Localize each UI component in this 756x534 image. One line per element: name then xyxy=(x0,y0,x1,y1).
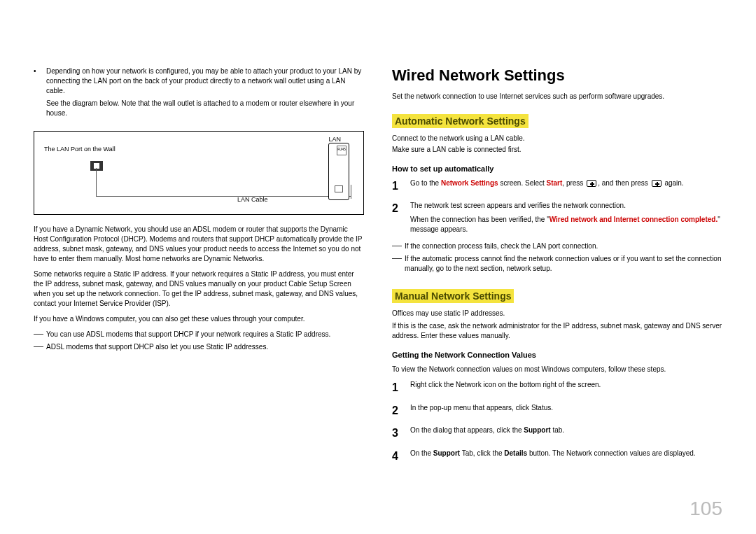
device-box-icon: RJ45 xyxy=(328,143,349,200)
auto-p2: Make sure a LAN cable is connected first… xyxy=(392,145,722,155)
auto-p1: Connect to the network using a LAN cable… xyxy=(392,134,722,143)
dash-note: ― If the connection process fails, check… xyxy=(392,241,722,251)
dash-note: ― ADSL modems that support DHCP also let… xyxy=(34,342,364,352)
manual-p1: Offices may use static IP addresses. xyxy=(392,309,722,318)
enter-button-icon xyxy=(652,180,662,187)
dash-text: If the connection process fails, check t… xyxy=(405,241,598,251)
bullet-content: Depending on how your network is configu… xyxy=(46,66,364,124)
getting-intro: To view the Network connection values on… xyxy=(392,365,722,374)
step-2: 2 The network test screen appears and ve… xyxy=(392,201,722,234)
completed-message: Wired network and Internet connection co… xyxy=(550,216,718,223)
rj45-label: RJ45 xyxy=(337,146,346,155)
section-automatic-network-settings: Automatic Network Settings xyxy=(392,114,528,128)
support-keyword: Support xyxy=(433,449,460,457)
start-keyword: Start xyxy=(547,179,563,187)
para-windows: If you have a Windows computer, you can … xyxy=(34,314,364,324)
how-to-set-up-heading: How to set up automatically xyxy=(392,164,722,173)
step-content: In the pop-up menu that appears, click S… xyxy=(410,403,553,419)
dash-icon: ― xyxy=(392,241,402,251)
step-content: Right click the Network icon on the bott… xyxy=(410,380,601,395)
step-number: 4 xyxy=(392,449,402,464)
support-keyword: Support xyxy=(524,426,550,434)
port-hole-icon xyxy=(335,185,343,192)
dash-icon: ― xyxy=(34,342,43,352)
step-number: 1 xyxy=(392,380,402,395)
bullet-text: Depending on how your network is configu… xyxy=(46,67,361,94)
page-title: Wired Network Settings xyxy=(392,66,722,85)
step-content: On the Support Tab, click the Details bu… xyxy=(410,449,696,464)
dash-text: If the automatic process cannot find the… xyxy=(405,254,722,274)
step-1: 1 Go to the Network Settings screen. Sel… xyxy=(392,178,722,194)
bullet-item: • Depending on how your network is confi… xyxy=(34,66,364,124)
step-number: 2 xyxy=(392,201,402,234)
dash-text: You can use ADSL modems that support DHC… xyxy=(46,330,330,339)
section-manual-network-settings: Manual Network Settings xyxy=(392,289,514,303)
dash-icon: ― xyxy=(34,330,43,339)
details-keyword: Details xyxy=(504,449,527,457)
para-dynamic-network: If you have a Dynamic Network, you shoul… xyxy=(34,225,364,264)
cable-path xyxy=(96,168,351,197)
dash-text: ADSL modems that support DHCP also let y… xyxy=(46,342,268,352)
lan-label: LAN xyxy=(328,136,341,143)
two-column-layout: • Depending on how your network is confi… xyxy=(34,66,722,471)
step-content: On the dialog that appears, click the Su… xyxy=(410,426,564,441)
lan-cable-label: LAN Cable xyxy=(237,196,268,203)
dash-note: ― If the automatic process cannot find t… xyxy=(392,254,722,274)
para-static-ip: Some networks require a Static IP addres… xyxy=(34,269,364,309)
manual-step-1: 1 Right click the Network icon on the bo… xyxy=(392,380,722,395)
right-column: Wired Network Settings Set the network c… xyxy=(392,66,722,471)
step-number: 3 xyxy=(392,426,402,441)
dash-note: ― You can use ADSL modems that support D… xyxy=(34,330,364,339)
intro-text: Set the network connection to use Intern… xyxy=(392,92,722,101)
manual-step-2: 2 In the pop-up menu that appears, click… xyxy=(392,403,722,419)
step-content: Go to the Network Settings screen. Selec… xyxy=(410,178,684,194)
bullet-note: See the diagram below. Note that the wal… xyxy=(46,99,364,118)
bullet-dot: • xyxy=(34,66,41,124)
lan-diagram: The LAN Port on the Wall LAN LAN Cable R… xyxy=(34,131,364,215)
manual-step-3: 3 On the dialog that appears, click the … xyxy=(392,426,722,441)
lan-port-wall-label: The LAN Port on the Wall xyxy=(44,146,115,153)
step-sub: When the connection has been verified, t… xyxy=(410,215,722,234)
left-column: • Depending on how your network is confi… xyxy=(34,66,364,471)
enter-button-icon xyxy=(587,180,596,187)
getting-values-heading: Getting the Network Connection Values xyxy=(392,351,722,359)
step-number: 2 xyxy=(392,403,402,419)
page-number: 105 xyxy=(690,498,722,520)
dash-icon: ― xyxy=(392,254,402,274)
manual-step-4: 4 On the Support Tab, click the Details … xyxy=(392,449,722,464)
step-content: The network test screen appears and veri… xyxy=(410,201,722,234)
step-number: 1 xyxy=(392,178,402,194)
manual-p2: If this is the case, ask the network adm… xyxy=(392,321,722,341)
cable-up xyxy=(351,185,351,199)
network-settings-keyword: Network Settings xyxy=(441,179,498,187)
